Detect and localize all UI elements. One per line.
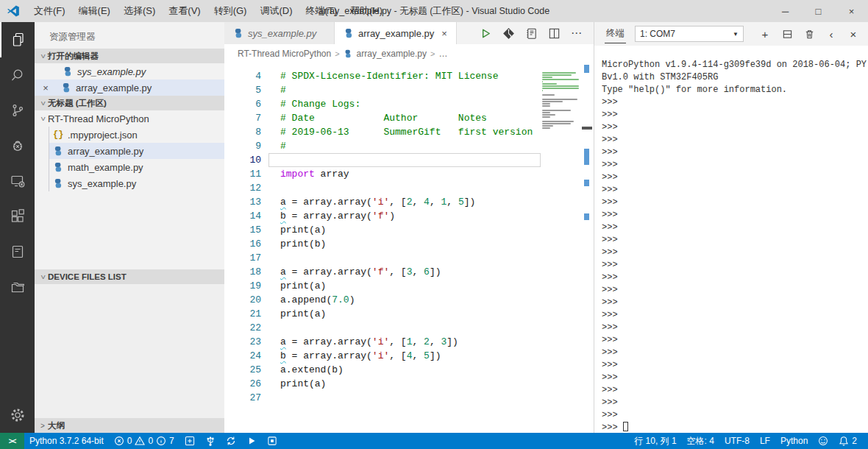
breadcrumb[interactable]: RT-Thread MicroPython > array_example.py… [224,44,594,63]
debug-icon[interactable] [0,128,35,163]
close-icon[interactable]: × [441,28,447,39]
split-editor-icon[interactable] [546,25,562,41]
code-line[interactable]: 17 [224,251,594,265]
vscode-logo-icon [7,4,20,18]
breadcrumb-more[interactable]: … [438,49,447,59]
remote-indicator[interactable]: >< [0,433,24,449]
notification-count: 2 [852,436,857,446]
settings-gear-icon[interactable] [0,397,35,433]
menu-item[interactable]: 查看(V) [162,0,207,22]
tab-sys-example[interactable]: sys_example.py [224,22,335,44]
menu-item[interactable]: 帮助(H) [344,0,389,22]
stop-button[interactable] [262,433,282,449]
code-line[interactable]: 18a = array.array('f', [3, 6]) [224,265,594,279]
run-on-device-button[interactable] [241,433,262,449]
memory-chip-icon[interactable] [523,25,539,41]
outline-header[interactable]: > 大纲 [35,418,224,433]
code-line[interactable]: 5# [224,83,594,97]
notebook-icon[interactable] [0,234,35,269]
code-line[interactable]: 8# 2019-06-13 SummerGift first version [224,125,594,139]
close-panel-icon[interactable]: × [844,25,862,43]
terminal-selector[interactable]: 1: COM7 ▼ [635,26,744,42]
code-line[interactable]: 12 [224,181,594,195]
minimize-button[interactable]: ─ [769,0,802,22]
cursor-position[interactable]: 行 10, 列 1 [629,433,681,449]
code-line[interactable]: 6# Change Logs: [224,97,594,111]
menu-item[interactable]: 选择(S) [117,0,162,22]
code-line[interactable]: 19print(a) [224,279,594,293]
code-line[interactable]: 7# Date Author Notes [224,111,594,125]
tree-item-sys-example[interactable]: sys_example.py [49,175,224,191]
extensions-icon[interactable] [0,199,35,234]
rt-thread-download-icon[interactable] [500,25,516,41]
close-window-button[interactable]: × [835,0,868,22]
terminal-tab[interactable]: 终端 [605,24,626,43]
code-line[interactable]: 14b = array.array('f') [224,209,594,223]
problems-indicator[interactable]: 0 0 7 [109,433,179,449]
close-icon[interactable]: × [40,82,51,93]
maximize-button[interactable]: □ [802,0,835,22]
feedback-smiley-button[interactable] [813,433,833,449]
tab-array-example[interactable]: array_example.py × [335,22,457,44]
code-line[interactable]: 9# [224,139,594,153]
chevron-left-icon[interactable]: ‹ [822,25,840,43]
code-line[interactable]: 11import array [224,167,594,181]
search-icon[interactable] [0,57,35,93]
menu-item[interactable]: 调试(D) [253,0,299,22]
open-editor-item[interactable]: sys_example.py [35,63,224,79]
open-editors-header[interactable]: > 打开的编辑器 [35,49,224,63]
usb-connect-button[interactable] [200,433,221,449]
remote-device-icon[interactable] [0,163,35,199]
new-terminal-icon[interactable]: + [756,25,774,43]
breadcrumb-file[interactable]: array_example.py [357,49,427,59]
split-terminal-icon[interactable] [778,25,796,43]
tree-item-mpyproject[interactable]: {} .mpyproject.json [49,127,224,143]
code-line[interactable]: 27 [224,391,594,405]
menu-item[interactable]: 转到(G) [207,0,254,22]
code-line[interactable]: 16print(b) [224,237,594,251]
code-line[interactable]: 10 [224,153,594,167]
terminal-prompt: >>> [602,121,868,134]
code-line[interactable]: 22 [224,321,594,335]
menu-item[interactable]: 文件(F) [27,0,72,22]
sync-button[interactable] [221,433,241,449]
terminal-prompt-active[interactable]: >>> [602,422,868,433]
menu-item[interactable]: 终端(T) [299,0,344,22]
minimap[interactable] [542,72,580,132]
code-line[interactable]: 20a.append(7.0) [224,293,594,307]
tree-item-math-example[interactable]: math_example.py [49,159,224,175]
add-connection-button[interactable] [179,433,200,449]
language-mode[interactable]: Python [775,433,813,449]
run-python-file-icon[interactable] [477,25,494,41]
code-line[interactable]: 4# SPDX-License-Identifier: MIT License [224,69,594,83]
python-interpreter[interactable]: Python 3.7.2 64-bit [24,433,109,449]
device-files-header[interactable]: > DEVICE FILES LIST [35,269,224,284]
eol-setting[interactable]: LF [755,433,775,449]
overview-ruler[interactable] [582,63,594,433]
minimap-line [542,127,550,129]
explorer-icon[interactable] [0,22,35,57]
code-line[interactable]: 24b = array.array('i', [4, 5]) [224,349,594,363]
source-control-icon[interactable] [0,93,35,128]
device-folder-icon[interactable] [0,269,35,305]
menu-item[interactable]: 编辑(E) [72,0,117,22]
code-line[interactable]: 13a = array.array('i', [2, 4, 1, 5]) [224,195,594,209]
terminal-output[interactable]: MicroPython v1.9.4-114-g309fe39d on 2018… [594,46,868,433]
code-line[interactable]: 15print(a) [224,223,594,237]
code-text: # [268,83,541,97]
breadcrumb-folder[interactable]: RT-Thread MicroPython [238,49,331,59]
notifications-bell[interactable]: 2 [833,433,862,449]
tree-item-array-example[interactable]: array_example.py [49,143,224,159]
kill-terminal-icon[interactable] [800,25,818,43]
tree-folder-rt-thread[interactable]: > RT-Thread MicroPython [35,110,224,127]
code-line[interactable]: 23a = array.array('i', [1, 2, 3]) [224,335,594,349]
code-area[interactable]: 4# SPDX-License-Identifier: MIT License5… [224,63,594,433]
open-editor-item[interactable]: × array_example.py [35,79,224,96]
code-line[interactable]: 21print(a) [224,307,594,321]
code-line[interactable]: 25a.extend(b) [224,363,594,377]
indentation-setting[interactable]: 空格: 4 [682,433,719,449]
encoding-setting[interactable]: UTF-8 [719,433,755,449]
code-line[interactable]: 26print(a) [224,377,594,391]
more-actions-icon[interactable]: ⋯ [569,25,585,41]
workspace-header[interactable]: > 无标题 (工作区) [35,96,224,110]
